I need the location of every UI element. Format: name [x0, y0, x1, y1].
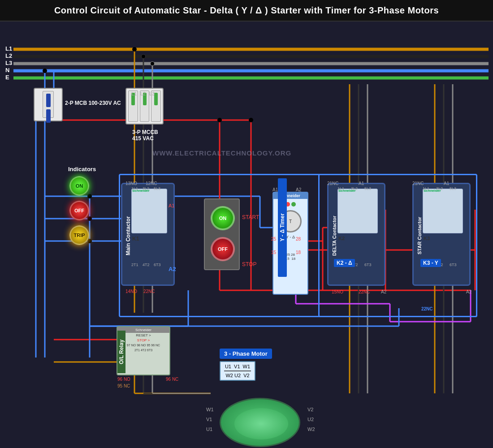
watermark: WWW.ELECTRICALTECHNOLOGY.ORG	[152, 149, 291, 157]
u2-term: U2	[307, 417, 314, 422]
N-label: N	[5, 69, 9, 72]
w1-term: W1	[206, 407, 214, 412]
off-indicator: OFF	[69, 201, 89, 220]
l1-input-label: L1	[131, 91, 137, 96]
u1-term: U1	[206, 426, 212, 432]
indicators-label: Indicators	[68, 166, 96, 172]
mcb-label: 2-P MCB 100-230V AC	[65, 100, 121, 106]
node-l2-mccb	[142, 55, 145, 58]
w2-term: W2	[307, 426, 315, 432]
node-l1-mccb	[133, 47, 136, 51]
node-n-mcb	[43, 69, 47, 73]
ol-relay-label: O/L Relay	[117, 331, 125, 373]
L3-label: L3	[5, 61, 12, 65]
svg-point-70	[217, 118, 222, 122]
l2-input-label: L2	[140, 91, 146, 96]
motor-label: 3 - Phase Motor	[224, 350, 268, 357]
title-bar: Control Circuit of Automatic Star - Delt…	[0, 0, 493, 22]
motor-terminal-top: U1 V1 W1 W2 U2 V2	[220, 361, 255, 381]
motor-box-label: 3 - Phase Motor	[220, 349, 272, 359]
diagram-area: L1 L2 L3 N E 2-P MCB 100-230V AC	[0, 22, 493, 448]
mcb-component	[34, 88, 63, 121]
ol-96nc: 96 NC	[166, 377, 178, 382]
mccb-label: 3-P MCCB415 VAC	[132, 129, 158, 142]
inner-blue-frame	[318, 174, 477, 317]
l3-input-label: L3	[149, 91, 155, 96]
v1-term: V1	[206, 417, 212, 422]
svg-point-73	[87, 216, 92, 221]
svg-point-72	[87, 194, 92, 198]
main-container: Control Circuit of Automatic Star - Delt…	[0, 0, 493, 448]
E-label: E	[5, 76, 9, 79]
terminal-w2u2v2: W2 U2 V2	[225, 373, 249, 378]
L2-label: L2	[5, 54, 12, 58]
L1-label: L1	[5, 47, 12, 51]
trip-indicator: TRIP	[69, 225, 89, 245]
ol-95nc: 95 NC	[117, 383, 130, 388]
title-text: Control Circuit of Automatic Star - Delt…	[54, 5, 439, 16]
node-l3-mccb	[151, 62, 154, 65]
ol-96no: 96 NO	[117, 377, 130, 382]
motor-body	[220, 398, 300, 447]
terminal-u1v1w1: U1 V1 W1	[225, 364, 250, 369]
svg-point-71	[249, 118, 253, 122]
on-indicator: ON	[69, 176, 89, 196]
v2-term: V2	[307, 407, 313, 412]
